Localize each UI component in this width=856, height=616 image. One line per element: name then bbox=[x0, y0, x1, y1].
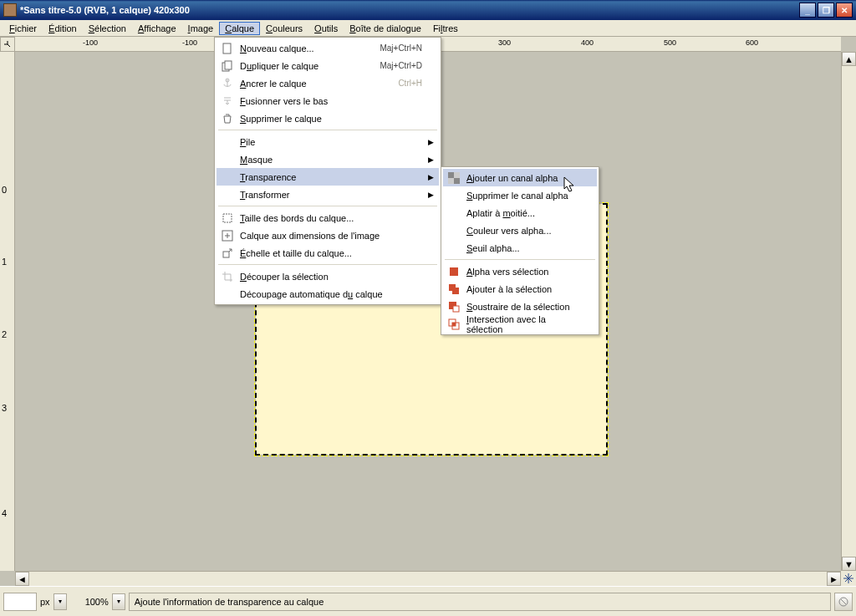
transparence-item-8[interactable]: Soustraire de la sélection bbox=[443, 298, 597, 315]
calque-item-7[interactable]: Masque▶ bbox=[217, 150, 439, 168]
menu-dition[interactable]: Édition bbox=[43, 22, 83, 35]
unit-label: px bbox=[40, 597, 50, 607]
blank-icon bbox=[220, 188, 235, 201]
navigation-icon[interactable] bbox=[841, 571, 856, 586]
calque-label-1: Dupliquer le calque bbox=[240, 61, 380, 71]
transparence-label-9: Intersection avec la sélection bbox=[466, 314, 580, 334]
scroll-up-button[interactable]: ▲ bbox=[842, 52, 856, 66]
calque-item-15: Découper la sélection bbox=[217, 267, 439, 285]
calque-item-11[interactable]: Taille des bords du calque... bbox=[217, 209, 439, 227]
svg-rect-4 bbox=[223, 214, 232, 222]
calque-menu: Nouveau calque...Maj+Ctrl+NDupliquer le … bbox=[214, 37, 441, 305]
calque-item-9[interactable]: Transformer▶ bbox=[217, 186, 439, 203]
calque-item-2: Ancrer le calqueCtrl+H bbox=[217, 74, 439, 92]
submenu-arrow-icon: ▶ bbox=[428, 173, 434, 181]
sel-red-icon bbox=[446, 265, 461, 278]
blank-icon bbox=[220, 171, 235, 184]
blank-icon bbox=[220, 288, 235, 301]
ruler-vertical[interactable]: 01234 bbox=[0, 52, 15, 571]
delete-icon bbox=[220, 112, 235, 125]
calque-label-2: Ancrer le calque bbox=[240, 79, 398, 89]
scrollbar-horizontal[interactable]: ◄ ► bbox=[15, 571, 841, 586]
calque-item-6[interactable]: Pile▶ bbox=[217, 133, 439, 150]
unit-dropdown-button[interactable]: ▾ bbox=[54, 593, 67, 610]
transparence-item-4: Seuil alpha... bbox=[443, 239, 597, 257]
transparence-item-3[interactable]: Couleur vers alpha... bbox=[443, 221, 597, 239]
maximize-button[interactable]: ❐ bbox=[818, 3, 834, 18]
calque-item-12[interactable]: Calque aux dimensions de l'image bbox=[217, 227, 439, 244]
calque-label-15: Découper la sélection bbox=[240, 272, 422, 282]
scroll-right-button[interactable]: ► bbox=[827, 572, 841, 586]
crop-icon bbox=[220, 270, 235, 283]
zoom-label: 100% bbox=[85, 597, 109, 607]
svg-rect-10 bbox=[450, 267, 458, 276]
close-button[interactable]: ✕ bbox=[836, 3, 853, 18]
ruler-origin[interactable] bbox=[0, 37, 15, 52]
dup-icon bbox=[220, 59, 235, 73]
submenu-arrow-icon: ▶ bbox=[428, 191, 434, 199]
zoom-dropdown-button[interactable]: ▾ bbox=[112, 593, 125, 610]
transparence-label-3: Couleur vers alpha... bbox=[466, 226, 580, 236]
scroll-left-button[interactable]: ◄ bbox=[15, 572, 29, 586]
menu-affichage[interactable]: Affichage bbox=[132, 22, 182, 35]
window-title: *Sans titre-5.0 (RVB, 1 calque) 420x300 bbox=[20, 5, 799, 15]
svg-rect-14 bbox=[453, 306, 459, 312]
svg-rect-17 bbox=[452, 323, 456, 326]
menu-outils[interactable]: Outils bbox=[308, 22, 344, 35]
menubar: FichierÉditionSélectionAffichageImageCal… bbox=[0, 20, 856, 37]
transparence-label-0: Ajouter un canal alpha bbox=[466, 173, 580, 183]
calque-item-4[interactable]: Supprimer le calque bbox=[217, 109, 439, 127]
menu-fichier[interactable]: Fichier bbox=[3, 22, 43, 35]
merge-icon bbox=[220, 94, 235, 108]
transparence-label-1: Supprimer le canal alpha bbox=[466, 191, 580, 201]
blank-icon bbox=[446, 224, 461, 237]
zoom-select[interactable]: 100% ▾ bbox=[85, 593, 125, 610]
calque-label-0: Nouveau calque... bbox=[240, 43, 380, 53]
menu-calque[interactable]: Calque bbox=[219, 22, 260, 35]
blank-icon bbox=[446, 206, 461, 220]
calque-label-13: Échelle et taille du calque... bbox=[240, 248, 422, 258]
transparence-label-2: Aplatir à moitié... bbox=[466, 208, 580, 218]
calque-item-13[interactable]: Échelle et taille du calque... bbox=[217, 244, 439, 262]
scroll-down-button[interactable]: ▼ bbox=[842, 557, 856, 571]
calque-label-9: Transformer bbox=[240, 190, 422, 200]
new-icon bbox=[220, 42, 235, 55]
window-buttons: _ ❐ ✕ bbox=[799, 3, 853, 18]
transparence-label-6: Alpha vers sélection bbox=[466, 267, 580, 277]
calque-item-1[interactable]: Dupliquer le calqueMaj+Ctrl+D bbox=[217, 57, 439, 74]
unit-select[interactable]: px ▾ bbox=[40, 593, 67, 610]
svg-rect-3 bbox=[225, 61, 232, 69]
menu-filtres[interactable]: Filtres bbox=[427, 22, 464, 35]
transparence-label-8: Soustraire de la sélection bbox=[466, 302, 580, 312]
scale-icon bbox=[220, 247, 235, 260]
menu-couleurs[interactable]: Couleurs bbox=[260, 22, 308, 35]
transparence-item-0[interactable]: Ajouter un canal alpha bbox=[443, 169, 597, 186]
status-message: Ajoute l'information de transparence au … bbox=[129, 593, 831, 611]
transparence-label-7: Ajouter à la sélection bbox=[466, 284, 580, 294]
transparence-item-9[interactable]: Intersection avec la sélection bbox=[443, 315, 597, 333]
calque-label-4: Supprimer le calque bbox=[240, 114, 422, 124]
sel-sub-icon bbox=[446, 300, 461, 313]
calque-label-12: Calque aux dimensions de l'image bbox=[240, 231, 422, 241]
cancel-icon[interactable] bbox=[834, 593, 853, 611]
menu-image[interactable]: Image bbox=[182, 22, 220, 35]
transparence-item-7[interactable]: Ajouter à la sélection bbox=[443, 280, 597, 298]
minimize-button[interactable]: _ bbox=[799, 3, 816, 18]
app-icon bbox=[3, 3, 17, 17]
anchor-icon bbox=[220, 77, 235, 90]
calque-item-16[interactable]: Découpage automatique du calque bbox=[217, 285, 439, 303]
transparence-item-1: Supprimer le canal alpha bbox=[443, 186, 597, 204]
menu-slection[interactable]: Sélection bbox=[83, 22, 132, 35]
scrollbar-vertical[interactable]: ▲ ▼ bbox=[841, 52, 856, 571]
menu-botededialogue[interactable]: Boîte de dialogue bbox=[344, 22, 427, 35]
sel-add-icon bbox=[446, 283, 461, 296]
calque-item-8[interactable]: Transparence▶ bbox=[217, 168, 439, 186]
transparence-submenu: Ajouter un canal alphaSupprimer le canal… bbox=[441, 166, 599, 335]
blank-icon bbox=[220, 153, 235, 166]
calque-item-0[interactable]: Nouveau calque...Maj+Ctrl+N bbox=[217, 39, 439, 57]
submenu-arrow-icon: ▶ bbox=[428, 155, 434, 164]
toimg-icon bbox=[220, 229, 235, 242]
calque-label-3: Fusionner vers le bas bbox=[240, 96, 422, 106]
calque-item-3: Fusionner vers le bas bbox=[217, 92, 439, 109]
transparence-item-6[interactable]: Alpha vers sélection bbox=[443, 262, 597, 280]
